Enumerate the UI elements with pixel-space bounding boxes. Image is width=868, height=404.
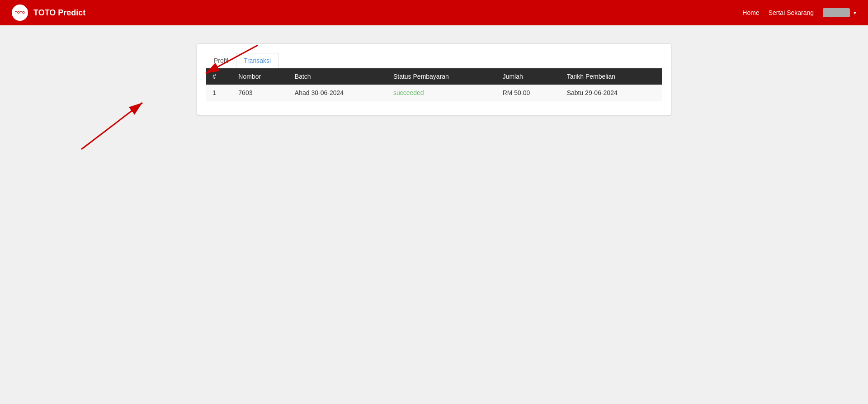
transaction-table-wrapper: # Nombor Batch Status Pembayaran Jumlah … [197, 68, 671, 101]
table-body: 17603Ahad 30-06-2024succeededRM 50.00Sab… [206, 85, 662, 101]
col-nombor: Nombor [232, 68, 288, 85]
tab-bar: Profil Transaksi [197, 53, 671, 68]
col-batch: Batch [288, 68, 387, 85]
brand-link[interactable]: TOTO TOTO Predict [11, 4, 85, 22]
cell-jumlah: RM 50.00 [496, 85, 561, 101]
table-row: 17603Ahad 30-06-2024succeededRM 50.00Sab… [206, 85, 662, 101]
chevron-down-icon: ▼ [853, 10, 857, 15]
nav-sertai[interactable]: Sertai Sekarang [769, 9, 814, 16]
cell-index: 1 [206, 85, 232, 101]
brand-title: TOTO Predict [33, 8, 85, 18]
cell-status: succeeded [387, 85, 496, 101]
cell-batch: Ahad 30-06-2024 [288, 85, 387, 101]
col-status: Status Pembayaran [387, 68, 496, 85]
col-jumlah: Jumlah [496, 68, 561, 85]
table-header: # Nombor Batch Status Pembayaran Jumlah … [206, 68, 662, 85]
navbar: TOTO TOTO Predict Home Sertai Sekarang ▼ [0, 0, 868, 25]
user-name-box [823, 8, 850, 17]
tab-transaksi[interactable]: Transaksi [236, 53, 278, 68]
col-index: # [206, 68, 232, 85]
logo-icon: TOTO [11, 4, 29, 22]
col-tarikh: Tarikh Pembelian [561, 68, 662, 85]
cell-tarikh: Sabtu 29-06-2024 [561, 85, 662, 101]
nav-home[interactable]: Home [742, 9, 759, 16]
profile-card: Profil Transaksi # Nombor Batch Status P… [197, 43, 671, 115]
cell-nombor: 7603 [232, 85, 288, 101]
transaction-table: # Nombor Batch Status Pembayaran Jumlah … [206, 68, 662, 101]
user-menu[interactable]: ▼ [823, 8, 857, 17]
main-content: Profil Transaksi # Nombor Batch Status P… [0, 25, 868, 133]
navbar-nav: Home Sertai Sekarang ▼ [742, 8, 857, 17]
tab-profil[interactable]: Profil [206, 53, 236, 68]
